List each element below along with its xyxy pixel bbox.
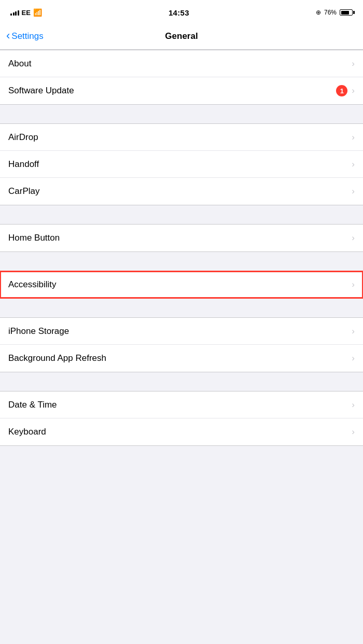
section-spacer-4 (0, 299, 363, 317)
list-item-carplay-left: CarPlay (8, 186, 352, 197)
signal-bars (10, 9, 19, 16)
iphone-storage-chevron-icon: › (352, 326, 355, 337)
section-group5: iPhone Storage › Background App Refresh … (0, 317, 363, 372)
about-chevron-icon: › (352, 59, 355, 69)
back-label: Settings (11, 31, 43, 41)
airdrop-chevron-icon: › (352, 132, 355, 143)
list-item-keyboard-right: › (352, 427, 355, 437)
list-item-date-time-right: › (352, 400, 355, 410)
list-group-2: AirDrop › Handoff › CarPlay › (0, 123, 363, 205)
back-button[interactable]: ‹ Settings (6, 31, 44, 41)
list-item-home-button[interactable]: Home Button › (0, 225, 363, 251)
status-right: ⊕ 76% (316, 9, 353, 16)
list-item-airdrop[interactable]: AirDrop › (0, 124, 363, 151)
list-group-3: Home Button › (0, 224, 363, 252)
list-item-software-update[interactable]: Software Update 1 › (0, 77, 363, 104)
handoff-chevron-icon: › (352, 159, 355, 170)
home-button-chevron-icon: › (352, 233, 355, 243)
list-item-handoff-right: › (352, 159, 355, 170)
date-time-label: Date & Time (8, 400, 57, 410)
section-group2: AirDrop › Handoff › CarPlay › (0, 123, 363, 205)
list-item-iphone-storage-right: › (352, 326, 355, 337)
status-left: EE 📶 (10, 8, 42, 17)
wifi-icon: 📶 (33, 8, 42, 17)
list-item-keyboard-left: Keyboard (8, 427, 352, 437)
list-item-handoff-left: Handoff (8, 159, 352, 170)
status-bar: EE 📶 14:53 ⊕ 76% (0, 0, 363, 23)
list-item-accessibility[interactable]: Accessibility › (0, 271, 363, 298)
section-group1: About › Software Update 1 › (0, 50, 363, 105)
carrier-label: EE (22, 9, 31, 17)
keyboard-chevron-icon: › (352, 427, 355, 437)
list-item-home-button-left: Home Button (8, 233, 352, 243)
signal-bar-1 (10, 13, 12, 16)
section-spacer-5 (0, 372, 363, 391)
software-update-badge: 1 (336, 85, 347, 96)
battery-fill (341, 11, 349, 15)
about-label: About (8, 59, 31, 69)
battery-percent: 76% (324, 9, 337, 16)
list-item-about-left: About (8, 59, 352, 69)
page-title: General (165, 31, 198, 41)
keyboard-label: Keyboard (8, 427, 46, 437)
list-item-handoff[interactable]: Handoff › (0, 151, 363, 178)
list-item-about-right: › (352, 59, 355, 69)
background-app-refresh-label: Background App Refresh (8, 353, 106, 363)
list-item-software-update-left: Software Update (8, 86, 336, 96)
battery-icon (340, 9, 353, 16)
list-group-1: About › Software Update 1 › (0, 50, 363, 105)
status-time: 14:53 (169, 8, 189, 17)
list-item-background-app-refresh-right: › (352, 353, 355, 363)
list-item-keyboard[interactable]: Keyboard › (0, 418, 363, 445)
background-app-refresh-chevron-icon: › (352, 353, 355, 363)
list-item-carplay[interactable]: CarPlay › (0, 178, 363, 205)
list-group-5: iPhone Storage › Background App Refresh … (0, 317, 363, 372)
list-item-accessibility-right: › (352, 279, 355, 290)
list-item-airdrop-right: › (352, 132, 355, 143)
list-item-iphone-storage-left: iPhone Storage (8, 326, 352, 337)
list-item-accessibility-left: Accessibility (8, 279, 352, 290)
list-item-date-time-left: Date & Time (8, 400, 352, 410)
list-group-6: Date & Time › Keyboard › (0, 391, 363, 446)
software-update-chevron-icon: › (352, 86, 355, 96)
section-spacer-1 (0, 105, 363, 123)
list-item-iphone-storage[interactable]: iPhone Storage › (0, 318, 363, 345)
list-item-date-time[interactable]: Date & Time › (0, 391, 363, 418)
date-time-chevron-icon: › (352, 400, 355, 410)
iphone-storage-label: iPhone Storage (8, 326, 69, 337)
list-item-background-app-refresh-left: Background App Refresh (8, 353, 352, 363)
list-item-home-button-right: › (352, 233, 355, 243)
nav-bar: ‹ Settings General (0, 23, 363, 50)
airdrop-label: AirDrop (8, 132, 38, 143)
accessibility-chevron-icon: › (352, 279, 355, 290)
software-update-label: Software Update (8, 86, 74, 96)
location-icon: ⊕ (316, 9, 321, 16)
signal-bar-2 (13, 12, 15, 16)
list-item-about[interactable]: About › (0, 50, 363, 77)
carplay-label: CarPlay (8, 186, 39, 197)
list-item-software-update-right: 1 › (336, 85, 355, 96)
home-button-label: Home Button (8, 233, 60, 243)
back-chevron-icon: ‹ (6, 30, 10, 41)
section-spacer-3 (0, 252, 363, 271)
handoff-label: Handoff (8, 159, 39, 170)
list-group-4: Accessibility › (0, 271, 363, 299)
section-group4: Accessibility › (0, 271, 363, 299)
signal-bar-3 (15, 11, 17, 16)
list-item-background-app-refresh[interactable]: Background App Refresh › (0, 345, 363, 372)
list-item-airdrop-left: AirDrop (8, 132, 352, 143)
signal-bar-4 (18, 10, 19, 16)
accessibility-label: Accessibility (8, 279, 57, 290)
list-item-carplay-right: › (352, 186, 355, 197)
carplay-chevron-icon: › (352, 186, 355, 197)
section-spacer-2 (0, 205, 363, 224)
section-group3: Home Button › (0, 224, 363, 252)
section-group6: Date & Time › Keyboard › (0, 391, 363, 446)
